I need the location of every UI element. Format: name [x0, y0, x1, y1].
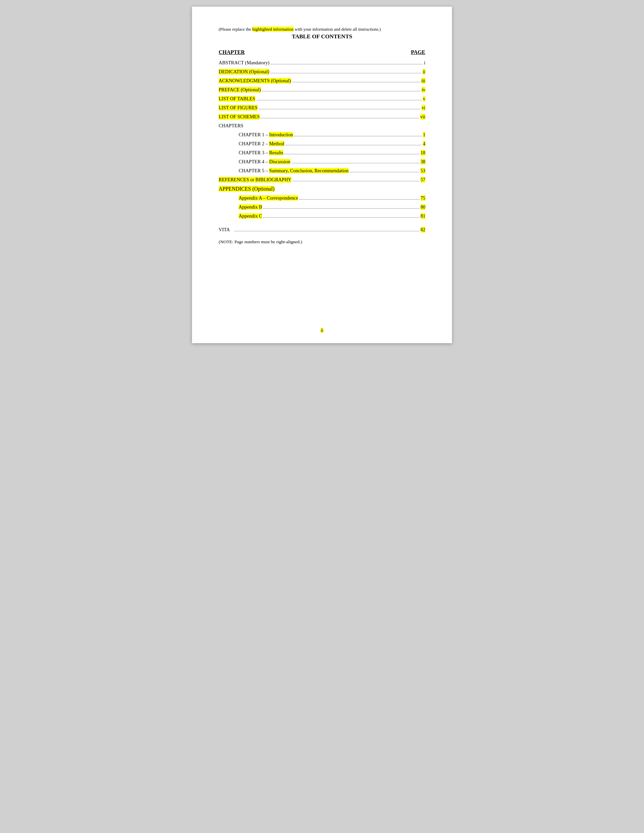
- toc-page-app-a: 75: [421, 195, 426, 201]
- toc-label-ch5: CHAPTER 5 – Summary, Conclusion, Recomme…: [239, 168, 349, 174]
- toc-entry-vita-row: VITA 82: [219, 227, 425, 233]
- toc-label-list-of-tables: LIST OF TABLES: [219, 96, 255, 101]
- toc-dots-ch1: [294, 136, 422, 136]
- toc-entry-dedication: DEDICATION (Optional) ii: [219, 69, 425, 75]
- toc-entry-preface: PREFACE (Optional) iv: [219, 87, 425, 93]
- toc-label-app-b-highlighted: Appendix B: [239, 204, 262, 209]
- toc-entry-references: REFERENCES or BIBLIOGRAPHY 57: [219, 177, 425, 183]
- page-number: ii: [192, 328, 452, 333]
- toc-page-dedication: ii: [423, 69, 425, 75]
- toc-label-ch2-highlighted: Method: [269, 141, 284, 146]
- toc-dots-list-of-figures: [259, 109, 420, 109]
- toc-entry-app-b: Appendix B 80: [219, 204, 425, 210]
- chapters-section-label: CHAPTERS: [219, 123, 425, 129]
- toc-page-preface: iv: [422, 87, 425, 93]
- toc-label-ch3: CHAPTER 3 – Results: [239, 150, 283, 156]
- toc-label-app-c-highlighted: Appendix C: [239, 213, 262, 219]
- toc-dots-app-a: [299, 199, 419, 199]
- toc-dots-dedication: [270, 73, 421, 73]
- toc-page-ch1: 1: [423, 132, 425, 138]
- toc-page-vita: 82: [421, 227, 426, 233]
- toc-page-ch5: 53: [421, 168, 426, 174]
- toc-dots-list-of-schemes: [261, 118, 419, 118]
- toc-entry-ch5: CHAPTER 5 – Summary, Conclusion, Recomme…: [219, 168, 425, 174]
- toc-entry-app-a: Appendix A – Correspondence 75: [219, 195, 425, 201]
- toc-label-app-a-highlighted: Appendix A – Correspondence: [239, 195, 298, 201]
- toc-page-app-c: 81: [421, 213, 426, 219]
- toc-page-ch4: 38: [421, 159, 426, 165]
- toc-label-ch1: CHAPTER 1 – Introduction: [239, 132, 293, 138]
- toc-label-app-b: Appendix B: [239, 204, 262, 210]
- chapter-header-label: CHAPTER: [219, 49, 245, 55]
- toc-dots-app-b: [263, 208, 419, 209]
- toc-label-preface: PREFACE (Optional): [219, 87, 261, 93]
- instruction-text-after: with your information and delete all ins…: [294, 27, 381, 32]
- toc-page-abstract: i: [424, 60, 425, 66]
- toc-dots-acknowledgments: [292, 82, 420, 82]
- toc-entry-ch2: CHAPTER 2 – Method 4: [219, 141, 425, 146]
- toc-label-app-c: Appendix C: [239, 213, 262, 219]
- toc-label-vita: VITA: [219, 227, 233, 233]
- page-number-value: ii: [321, 328, 323, 333]
- toc-entry-vita: VITA 82: [219, 227, 425, 233]
- toc-entry-abstract: ABSTRACT (Mandatory) i: [219, 60, 425, 66]
- toc-page-references: 57: [421, 177, 426, 183]
- document-page: (Please replace the highlighted informat…: [192, 6, 452, 343]
- toc-dots-vita: [235, 231, 419, 231]
- toc-label-ch5-highlighted: Summary, Conclusion, Recommendation: [269, 168, 348, 173]
- toc-dots-ch2: [286, 145, 422, 145]
- appendices-section-label: APPENDICES (Optional): [219, 186, 425, 192]
- toc-entry-app-c: Appendix C 81: [219, 213, 425, 219]
- toc-page-app-b: 80: [421, 204, 426, 210]
- toc-entry-list-of-schemes: LIST OF SCHEMES vii: [219, 114, 425, 120]
- toc-label-ch4: CHAPTER 4 – Discussion: [239, 159, 290, 165]
- toc-dots-abstract: [270, 64, 423, 64]
- page-header-label: PAGE: [411, 49, 425, 55]
- appendices-label-highlighted: APPENDICES (Optional): [219, 186, 275, 191]
- toc-label-acknowledgments: ACKNOWLEDGMENTS (Optional): [219, 78, 291, 84]
- toc-dots-references: [293, 181, 419, 181]
- toc-label-ch1-highlighted: Introduction: [269, 132, 293, 137]
- toc-dots-ch5: [350, 172, 419, 172]
- instruction-highlighted: highlighted information: [252, 27, 294, 32]
- toc-page-acknowledgments: iii: [421, 78, 425, 84]
- toc-dots-ch4: [291, 163, 419, 163]
- toc-label-list-of-figures: LIST OF FIGURES: [219, 105, 258, 111]
- toc-label-list-of-schemes: LIST OF SCHEMES: [219, 114, 260, 120]
- toc-page-ch3: 18: [421, 150, 426, 156]
- toc-label-abstract: ABSTRACT (Mandatory): [219, 60, 269, 66]
- toc-label-ch4-highlighted: Discussion: [269, 159, 290, 164]
- toc-entry-list-of-figures: LIST OF FIGURES vi: [219, 105, 425, 111]
- toc-page-ch2: 4: [423, 141, 425, 146]
- toc-dots-list-of-tables: [257, 100, 422, 100]
- toc-entry-ch3: CHAPTER 3 – Results 18: [219, 150, 425, 156]
- toc-label-app-a: Appendix A – Correspondence: [239, 195, 298, 201]
- toc-entry-acknowledgments: ACKNOWLEDGMENTS (Optional) iii: [219, 78, 425, 84]
- toc-entry-ch1: CHAPTER 1 – Introduction 1: [219, 132, 425, 138]
- toc-page-list-of-figures: vi: [422, 105, 425, 111]
- toc-page-list-of-schemes: vii: [420, 114, 425, 120]
- toc-header: CHAPTER PAGE: [219, 49, 425, 55]
- main-title: TABLE OF CONTENTS: [219, 33, 425, 40]
- instruction-line: (Please replace the highlighted informat…: [219, 27, 425, 32]
- toc-dots-preface: [262, 91, 420, 91]
- toc-label-dedication: DEDICATION (Optional): [219, 69, 269, 75]
- toc-label-references: REFERENCES or BIBLIOGRAPHY: [219, 177, 291, 183]
- instruction-text-before: (Please replace the: [219, 27, 252, 32]
- toc-entry-list-of-tables: LIST OF TABLES v: [219, 96, 425, 101]
- toc-label-ch2: CHAPTER 2 – Method: [239, 141, 284, 146]
- toc-page-list-of-tables: v: [423, 96, 425, 101]
- toc-label-ch3-highlighted: Results: [269, 150, 283, 155]
- toc-entry-ch4: CHAPTER 4 – Discussion 38: [219, 159, 425, 165]
- note-line: (NOTE: Page numbers must be right-aligne…: [219, 239, 425, 244]
